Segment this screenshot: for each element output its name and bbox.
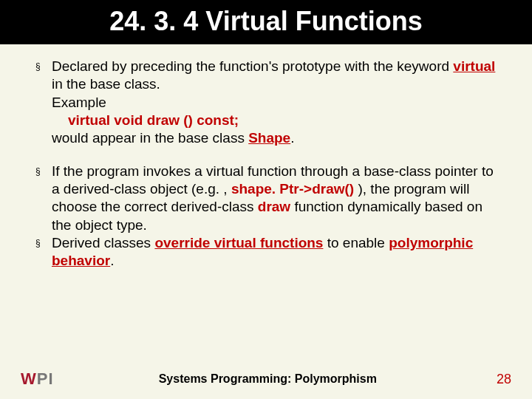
p1b-body: would appear in the base class Shape. (52, 129, 499, 147)
logo-w: W (21, 369, 37, 388)
paragraph-1: § Declared by preceding the function's p… (33, 58, 499, 148)
keyword-shapeptr: shape. Ptr->draw() (231, 181, 354, 197)
bullet-row: § If the program invokes a virtual funct… (33, 163, 499, 234)
bullet-icon: § (33, 234, 52, 252)
bullet-icon: § (33, 163, 52, 180)
bullet-icon: § (33, 58, 52, 75)
p1b-post: . (290, 130, 294, 146)
keyword-override: override virtual functions (154, 235, 323, 250)
logo-p: P (37, 369, 49, 388)
footer: WPI Systems Programming: Polymorphism 28 (0, 369, 532, 389)
bullet-row: § Derived classes override virtual funct… (33, 234, 499, 270)
p3-c: . (110, 253, 114, 268)
bullet-body: Derived classes override virtual functio… (52, 234, 499, 270)
example-row: Example (33, 94, 499, 112)
footer-title: Systems Programming: Polymorphism (54, 372, 482, 386)
code-line: virtual void draw () const; (68, 112, 239, 128)
title-bar: 24. 3. 4 Virtual Functions (0, 0, 532, 44)
slide-content: § Declared by preceding the function's p… (0, 44, 532, 270)
bullet-body: If the program invokes a virtual functio… (52, 163, 499, 234)
example-label: Example (52, 94, 499, 112)
wpi-logo: WPI (21, 369, 54, 389)
keyword-draw: draw (258, 199, 290, 214)
page-number: 28 (482, 372, 511, 387)
keyword-shape: Shape (248, 130, 290, 146)
p1-post: in the base class. (52, 76, 160, 92)
p1-pre: Declared by preceding the function's pro… (52, 58, 453, 74)
p1b-pre: would appear in the base class (52, 130, 248, 146)
p1b-row: would appear in the base class Shape. (33, 129, 499, 147)
p3-a: Derived classes (52, 235, 154, 250)
p3-b: to enable (323, 235, 389, 250)
code-indent: virtual void draw () const; (33, 112, 499, 129)
bullet-row: § Declared by preceding the function's p… (33, 58, 499, 94)
slide-title: 24. 3. 4 Virtual Functions (0, 6, 532, 37)
paragraph-2: § If the program invokes a virtual funct… (33, 163, 499, 270)
keyword-virtual: virtual (453, 58, 495, 74)
logo-i: I (48, 369, 53, 388)
bullet-body: Declared by preceding the function's pro… (52, 58, 499, 94)
